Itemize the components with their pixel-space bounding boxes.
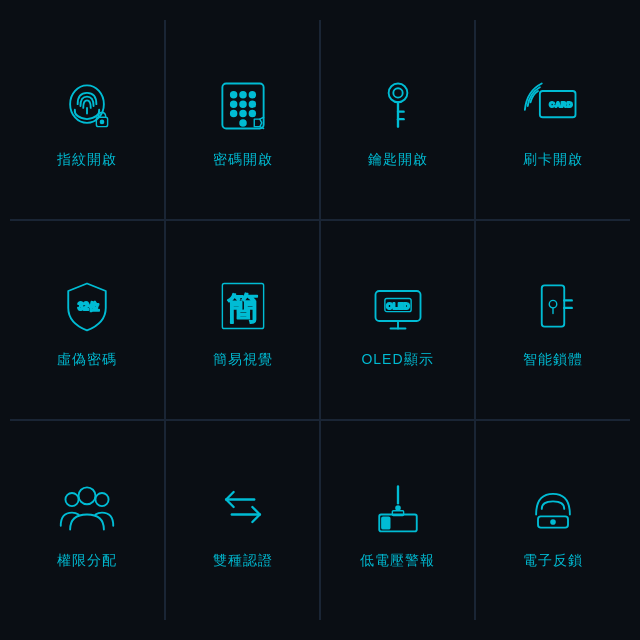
svg-point-8 xyxy=(230,101,236,107)
fake-password-item[interactable]: 32位 虛偽密碼 xyxy=(10,220,165,420)
svg-point-17 xyxy=(388,83,407,102)
oled-display-item[interactable]: OLED OLED顯示 xyxy=(320,220,475,420)
smart-lock-body-item[interactable]: 智能鎖體 xyxy=(475,220,630,420)
simple-view-label: 簡易視覺 xyxy=(213,351,273,369)
svg-point-6 xyxy=(240,91,246,97)
svg-point-3 xyxy=(101,120,104,123)
oled-display-label: OLED顯示 xyxy=(361,351,433,369)
feature-grid: 指紋開啟 密碼開啟 xyxy=(10,20,630,620)
simple-view-item[interactable]: 簡 簡易視覺 xyxy=(165,220,320,420)
svg-point-37 xyxy=(65,492,78,505)
svg-point-5 xyxy=(230,91,236,97)
card-icon: CARD xyxy=(518,71,588,141)
users-icon xyxy=(52,472,122,542)
svg-text:簡: 簡 xyxy=(227,290,259,326)
smart-lock-body-icon xyxy=(518,271,588,341)
svg-point-9 xyxy=(240,101,246,107)
svg-rect-32 xyxy=(542,285,565,326)
simple-view-icon: 簡 xyxy=(208,271,278,341)
permission-assign-item[interactable]: 權限分配 xyxy=(10,420,165,620)
fake-password-icon: 32位 xyxy=(52,271,122,341)
svg-text:CARD: CARD xyxy=(549,99,573,108)
svg-point-48 xyxy=(551,520,555,524)
anti-lock-item[interactable]: 電子反鎖 xyxy=(475,420,630,620)
fingerprint-icon xyxy=(52,71,122,141)
svg-rect-46 xyxy=(382,517,390,528)
low-battery-icon xyxy=(363,472,433,542)
anti-lock-label: 電子反鎖 xyxy=(523,552,583,570)
svg-point-13 xyxy=(249,110,255,116)
svg-point-35 xyxy=(549,300,557,308)
svg-point-43 xyxy=(396,506,400,510)
svg-point-38 xyxy=(95,492,108,505)
smart-lock-body-label: 智能鎖體 xyxy=(523,351,583,369)
dual-auth-icon xyxy=(208,472,278,542)
svg-point-7 xyxy=(249,91,255,97)
low-battery-item[interactable]: 低電壓警報 xyxy=(320,420,475,620)
dual-auth-label: 雙種認證 xyxy=(213,552,273,570)
svg-text:32位: 32位 xyxy=(78,301,100,312)
low-battery-label: 低電壓警報 xyxy=(360,552,435,570)
card-unlock-item[interactable]: CARD 刷卡開啟 xyxy=(475,20,630,220)
password-unlock-label: 密碼開啟 xyxy=(213,151,273,169)
svg-text:OLED: OLED xyxy=(386,301,409,311)
svg-rect-45 xyxy=(392,510,403,515)
svg-point-10 xyxy=(249,101,255,107)
svg-point-12 xyxy=(240,110,246,116)
fake-password-label: 虛偽密碼 xyxy=(57,351,117,369)
fingerprint-unlock-item[interactable]: 指紋開啟 xyxy=(10,20,165,220)
dual-auth-item[interactable]: 雙種認證 xyxy=(165,420,320,620)
password-icon xyxy=(208,71,278,141)
svg-point-14 xyxy=(240,120,246,126)
oled-display-icon: OLED xyxy=(363,271,433,341)
svg-point-18 xyxy=(393,88,402,97)
fingerprint-unlock-label: 指紋開啟 xyxy=(57,151,117,169)
svg-point-39 xyxy=(79,487,96,504)
card-unlock-label: 刷卡開啟 xyxy=(523,151,583,169)
key-unlock-label: 鑰匙開啟 xyxy=(368,151,428,169)
key-unlock-item[interactable]: 鑰匙開啟 xyxy=(320,20,475,220)
key-icon xyxy=(363,71,433,141)
svg-point-11 xyxy=(230,110,236,116)
password-unlock-item[interactable]: 密碼開啟 xyxy=(165,20,320,220)
permission-assign-label: 權限分配 xyxy=(57,552,117,570)
anti-lock-icon xyxy=(518,472,588,542)
